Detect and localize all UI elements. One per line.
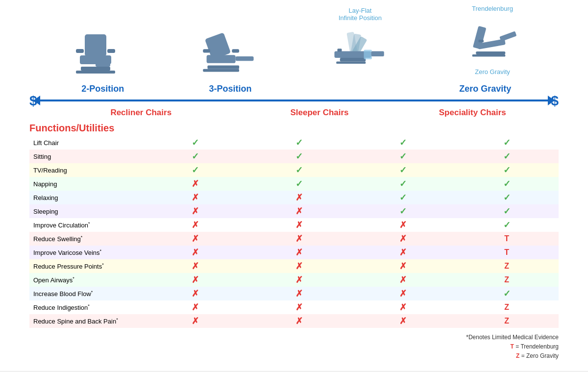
cross-icon: ✗ <box>399 316 407 326</box>
table-row: Napping ✗ ✓ ✓ ✓ <box>29 177 559 191</box>
table-row: TV/Reading ✓ ✓ ✓ ✓ <box>29 163 559 177</box>
feature-name: Sleeping <box>29 204 144 218</box>
check-icon: ✓ <box>192 165 199 175</box>
check-icon: ✓ <box>399 138 407 148</box>
table-row: Improve Circulation* ✗ ✗ ✗ ✓ <box>29 218 559 232</box>
cross-icon: ✗ <box>399 248 407 257</box>
svg-rect-25 <box>499 31 516 41</box>
cell-sleeper: ✗ <box>351 259 455 273</box>
svg-rect-1 <box>76 71 115 74</box>
check-icon: ✓ <box>503 220 511 230</box>
arrow-line <box>39 95 549 106</box>
table-row: Reduce Spine and Back Pain* ✗ ✗ ✗ Z <box>29 314 559 328</box>
cell-sleeper: ✗ <box>351 232 455 246</box>
check-icon: ✓ <box>399 165 407 175</box>
svg-rect-18 <box>340 58 366 62</box>
cell-2pos: ✗ <box>144 273 247 287</box>
check-icon: ✓ <box>503 138 511 148</box>
cross-icon: ✗ <box>192 275 199 285</box>
cell-2pos: ✗ <box>144 300 247 314</box>
cell-3pos: ✗ <box>247 314 351 328</box>
bottom-footer: © 2020 Vitality Medical www.vitalitymedi… <box>0 371 588 374</box>
cross-icon: ✗ <box>192 261 199 271</box>
cell-3pos: ✓ <box>247 136 351 150</box>
svg-rect-8 <box>203 69 239 72</box>
cell-2pos: ✗ <box>144 177 247 191</box>
feature-name: Reduce Pressure Points* <box>29 259 144 273</box>
cell-2pos: ✗ <box>144 287 247 300</box>
table-row: Relaxing ✗ ✗ ✓ ✓ <box>29 191 559 204</box>
cell-3pos: ✗ <box>247 204 351 218</box>
feature-name: Napping <box>29 177 144 191</box>
table-row: Improve Varicose Veins* ✗ ✗ ✗ T <box>29 246 559 259</box>
check-icon: ✓ <box>399 151 407 161</box>
check-icon: ✓ <box>503 206 511 216</box>
cell-specialty: Z <box>455 273 559 287</box>
comparison-section: Functions/Utilities Lift Chair ✓ ✓ ✓ ✓ S… <box>0 118 588 328</box>
svg-rect-27 <box>472 54 506 57</box>
check-icon: ✓ <box>192 138 199 148</box>
check-icon: ✓ <box>503 179 511 189</box>
svg-rect-28 <box>479 40 484 42</box>
feature-name: Relaxing <box>29 191 144 204</box>
trendelenburg-symbol: T <box>504 248 509 256</box>
table-row: Reduce Pressure Points* ✗ ✗ ✗ Z <box>29 259 559 273</box>
svg-rect-0 <box>81 67 110 71</box>
cell-sleeper: ✗ <box>351 218 455 232</box>
svg-rect-13 <box>236 56 254 61</box>
feature-name: TV/Reading <box>29 163 144 177</box>
legend-t: T = Trendelenburg <box>466 342 559 351</box>
cross-icon: ✗ <box>192 289 199 299</box>
svg-rect-11 <box>203 49 210 52</box>
cross-icon: ✗ <box>295 206 303 216</box>
zerogravity-label: Zero Gravity <box>475 68 510 75</box>
comparison-table: Lift Chair ✓ ✓ ✓ ✓ Sitting ✓ ✓ ✓ ✓ TV/Re… <box>29 136 559 328</box>
cross-icon: ✗ <box>192 179 199 189</box>
arrow-container: 2-Position 3-Position Zero Gravity Recli… <box>39 84 549 118</box>
cross-icon: ✗ <box>295 220 303 230</box>
chair-2position-icon <box>66 24 125 77</box>
cross-icon: ✗ <box>192 220 199 230</box>
category-sleeper: Sleeper Chairs <box>243 108 396 118</box>
cell-sleeper: ✗ <box>351 246 455 259</box>
cross-icon: ✗ <box>399 302 407 312</box>
table-row: Reduce Swelling* ✗ ✗ ✗ T <box>29 232 559 246</box>
cross-icon: ✗ <box>192 234 199 244</box>
cell-sleeper: ✗ <box>351 287 455 300</box>
check-icon: ✓ <box>295 151 303 161</box>
category-labels: Recliner Chairs Sleeper Chairs Specialit… <box>39 108 549 118</box>
cell-3pos: ✗ <box>247 232 351 246</box>
cell-3pos: ✗ <box>247 191 351 204</box>
cross-icon: ✗ <box>295 261 303 271</box>
cell-sleeper: ✗ <box>351 314 455 328</box>
cell-2pos: ✓ <box>144 150 247 163</box>
table-row: Reduce Indigestion* ✗ ✗ ✗ Z <box>29 300 559 314</box>
cell-2pos: ✗ <box>144 314 247 328</box>
cross-icon: ✗ <box>399 275 407 285</box>
cross-icon: ✗ <box>295 193 303 202</box>
cross-icon: ✗ <box>295 275 303 285</box>
cell-2pos: ✗ <box>144 246 247 259</box>
check-icon: ✓ <box>399 179 407 189</box>
table-row: Sleeping ✗ ✗ ✓ ✓ <box>29 204 559 218</box>
arrow-right-head <box>548 96 555 105</box>
cross-icon: ✗ <box>295 234 303 244</box>
cell-3pos: ✗ <box>247 218 351 232</box>
cross-icon: ✗ <box>192 316 199 326</box>
svg-rect-6 <box>96 63 110 67</box>
chair-layflat: Lay-FlatInfinite Position <box>311 7 409 77</box>
feature-name: Reduce Spine and Back Pain* <box>29 314 144 328</box>
svg-rect-5 <box>107 49 115 53</box>
check-icon: ✓ <box>295 138 303 148</box>
cross-icon: ✗ <box>192 193 199 202</box>
chair-2position <box>47 24 145 77</box>
cell-sleeper: ✓ <box>351 204 455 218</box>
cross-icon: ✗ <box>295 302 303 312</box>
cell-2pos: ✗ <box>144 204 247 218</box>
svg-rect-22 <box>338 49 342 51</box>
cell-3pos: ✗ <box>247 273 351 287</box>
check-icon: ✓ <box>503 151 511 161</box>
chairs-row: Lay-FlatInfinite Position <box>29 5 559 77</box>
category-specialty: Speciality Chairs <box>396 108 549 118</box>
cell-sleeper: ✓ <box>351 136 455 150</box>
